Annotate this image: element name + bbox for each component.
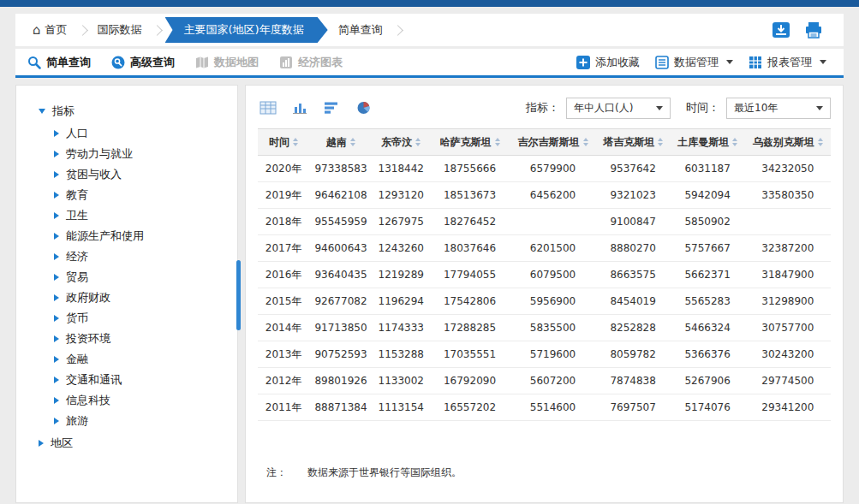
view-controls: 指标： 年中人口(人) 时间： 最近10年 [258,96,831,120]
table-cell: 2013年 [258,341,309,368]
table-cell: 5662371 [671,262,745,288]
triangle-right-icon [54,397,59,404]
sidebar-item-8[interactable]: 政府财政 [54,288,237,308]
column-header[interactable]: 土库曼斯坦 [671,129,745,156]
table-row: 2020年97338583131844218755666657990095376… [258,156,831,182]
sidebar-item-1[interactable]: 劳动力与就业 [54,144,237,164]
chevron-separator-icon [152,25,163,36]
column-header[interactable]: 塔吉克斯坦 [596,129,671,156]
time-select[interactable]: 最近10年 [726,98,831,119]
sidebar-item-9[interactable]: 货币 [54,308,237,329]
sort-icon[interactable] [732,138,737,146]
sidebar-item-5[interactable]: 能源生产和使用 [54,226,237,246]
table-cell: 31847900 [745,262,831,288]
sort-icon[interactable] [415,138,421,146]
column-header-label: 越南 [326,136,347,148]
table-cell: 8454019 [596,288,671,315]
breadcrumb-home[interactable]: ⌂ 首页 [22,22,78,38]
table-cell: 7697507 [596,394,671,421]
table-view-button[interactable] [258,99,278,116]
sort-icon[interactable] [495,138,500,146]
table-cell: 5942094 [671,182,745,209]
download-button[interactable] [770,21,792,39]
sidebar-item-13[interactable]: 信息科技 [54,390,237,411]
toolbar-simple-query[interactable]: 简单查询 [27,55,91,70]
sort-icon[interactable] [583,138,588,146]
toolbar-advanced-query[interactable]: 高级查询 [111,55,175,70]
indicator-select[interactable]: 年中人口(人) [566,98,671,119]
sidebar-item-12[interactable]: 交通和通讯 [54,370,237,390]
table-cell: 6201500 [510,235,595,262]
column-header[interactable]: 越南 [309,129,373,156]
table-cell: 5565283 [671,288,745,315]
column-header[interactable]: 哈萨克斯坦 [430,129,510,156]
table-cell: 33580350 [745,182,831,209]
breadcrumb-tab-active[interactable]: 主要国家(地区)年度数据 [165,17,328,43]
table-cell: 30757700 [745,315,831,341]
column-header[interactable]: 吉尔吉斯斯坦 [510,129,595,156]
table-row: 2014年91713850117433317288285583550082528… [258,315,831,341]
column-header-label: 吉尔吉斯斯坦 [518,136,580,148]
data-manage-menu[interactable]: 数据管理 [655,55,733,70]
pie-chart-view-button[interactable] [353,99,373,116]
table-cell: 1196294 [373,288,430,315]
column-header-label: 土库曼斯坦 [677,136,729,148]
table-row: 2016年93640435121928917794055607950086635… [258,262,831,288]
ranked-bars-view-button[interactable] [321,99,342,116]
sidebar-item-2[interactable]: 贫困与收入 [54,164,237,185]
table-cell: 89801926 [309,368,373,394]
table-row: 2018年95545959126797518276452910084758509… [258,209,831,235]
map-icon [195,56,209,69]
sidebar-root-region[interactable]: 地区 [39,431,237,455]
table-cell: 1174333 [373,315,430,341]
triangle-right-icon [54,315,59,322]
add-favorite-button[interactable]: 添加收藏 [576,55,640,70]
sort-icon[interactable] [350,138,355,146]
report-manage-menu[interactable]: 报表管理 [749,55,826,70]
toolbar-label: 报表管理 [767,55,812,70]
triangle-right-icon [54,212,59,219]
sidebar-root-indicators[interactable]: 指标 [39,99,237,123]
sidebar-item-11[interactable]: 金融 [54,349,237,370]
sidebar-item-4[interactable]: 卫生 [54,205,237,226]
sidebar-item-7[interactable]: 贸易 [54,267,237,288]
table-cell: 9100847 [596,209,671,235]
bar-chart-view-button[interactable] [289,99,310,116]
sort-icon[interactable] [818,138,823,146]
chevron-separator-icon [77,25,88,36]
tree-item-label: 投资环境 [66,331,110,347]
sidebar-item-0[interactable]: 人口 [54,123,237,144]
table-cell: 5466324 [671,315,745,341]
print-button[interactable] [802,21,825,39]
sort-icon[interactable] [658,138,663,146]
tree-item-label: 能源生产和使用 [66,228,144,244]
toolbar-label: 经济图表 [298,55,343,70]
triangle-right-icon [54,335,59,342]
indicator-tree-items: 人口劳动力与就业贫困与收入教育卫生能源生产和使用经济贸易政府财政货币投资环境金融… [39,123,237,431]
chevron-separator-icon [392,25,403,36]
footnote: 注： 数据来源于世界银行等国际组织。 [258,465,831,480]
sidebar-item-10[interactable]: 投资环境 [54,329,237,349]
column-header[interactable]: 时间 [258,129,309,156]
sidebar-item-14[interactable]: 旅游 [54,411,237,431]
splitter-handle[interactable] [236,260,241,330]
sidebar-item-6[interactable]: 经济 [54,246,237,267]
column-header[interactable]: 东帝汶 [373,129,430,156]
sort-icon[interactable] [293,138,298,146]
column-header-label: 塔吉克斯坦 [603,136,654,148]
breadcrumb-simple-query[interactable]: 简单查询 [328,22,393,38]
table-cell: 88871384 [309,394,373,421]
tree-item-label: 交通和通讯 [66,372,122,388]
chevron-down-icon [816,106,823,110]
table-cell: 1267975 [373,209,430,235]
table-cell: 5174076 [671,394,745,421]
column-header[interactable]: 乌兹别克斯坦 [745,129,831,156]
breadcrumb-international-data[interactable]: 国际数据 [87,22,152,38]
data-table: 时间越南东帝汶哈萨克斯坦吉尔吉斯斯坦塔吉克斯坦土库曼斯坦乌兹别克斯坦 2020年… [258,128,831,421]
breadcrumb-label: 国际数据 [98,22,142,38]
home-icon: ⌂ [33,24,41,37]
sidebar-item-3[interactable]: 教育 [54,185,237,205]
indicator-select-value: 年中人口(人) [574,101,633,116]
toolbar-label: 添加收藏 [595,55,640,70]
triangle-right-icon [54,192,59,199]
